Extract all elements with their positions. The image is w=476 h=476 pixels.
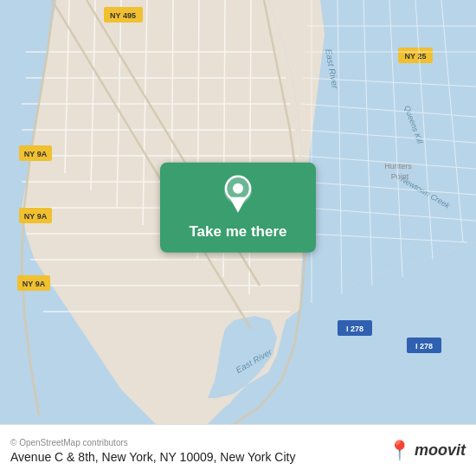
map-container: NY 495 NY 25 NY 9A NY 9A NY 9A I 278 I 2…	[0, 0, 476, 424]
svg-text:I 278: I 278	[415, 342, 433, 351]
take-me-there-label: Take me there	[175, 218, 300, 253]
moovit-pin-icon: 📍	[388, 440, 411, 462]
moovit-brand-label: moovit	[415, 441, 466, 460]
pin-icon-area	[205, 163, 271, 218]
svg-point-65	[233, 183, 243, 194]
take-me-there-button[interactable]: Take me there	[160, 163, 316, 253]
location-pin-icon	[222, 175, 254, 213]
svg-text:NY 25: NY 25	[405, 52, 427, 61]
svg-text:NY 9A: NY 9A	[24, 212, 48, 221]
svg-text:I 278: I 278	[346, 325, 363, 333]
svg-text:NY 495: NY 495	[110, 11, 136, 20]
moovit-logo: 📍 moovit	[388, 440, 466, 462]
map-attribution: © OpenStreetMap contributors	[10, 438, 295, 447]
svg-text:Point: Point	[391, 172, 409, 181]
location-name: Avenue C & 8th, New York, NY 10009, New …	[10, 450, 295, 464]
bottom-bar: © OpenStreetMap contributors Avenue C & …	[0, 424, 476, 476]
svg-text:NY 9A: NY 9A	[23, 280, 46, 288]
svg-text:NY 9A: NY 9A	[24, 150, 48, 158]
bottom-left: © OpenStreetMap contributors Avenue C & …	[10, 438, 295, 464]
